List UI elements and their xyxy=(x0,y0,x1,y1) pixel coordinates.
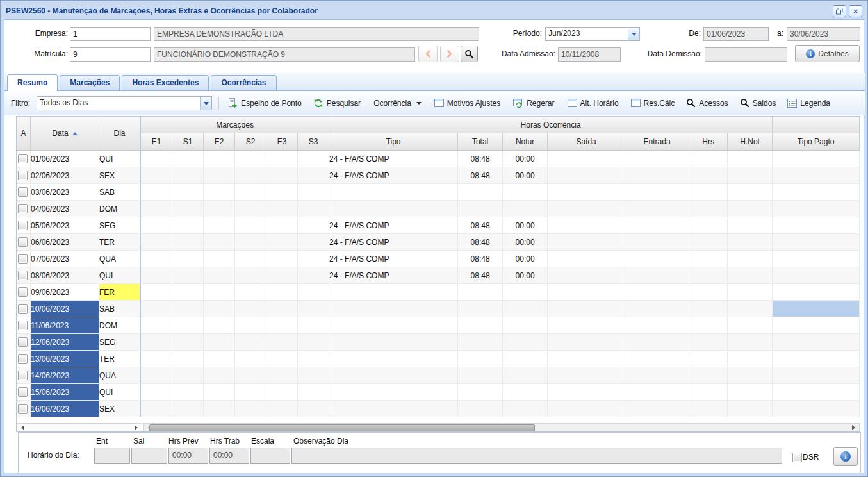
cell-e2[interactable] xyxy=(204,201,235,217)
cell-data[interactable]: 08/06/2023 xyxy=(31,267,99,284)
cell-saida[interactable] xyxy=(548,351,625,367)
cell-notur[interactable] xyxy=(503,384,548,401)
scroll-right-icon[interactable] xyxy=(135,425,140,430)
cell-tipo[interactable]: 24 - F/A/S COMP xyxy=(329,251,458,267)
cell-e1[interactable] xyxy=(141,401,172,417)
cell-e2[interactable] xyxy=(204,334,235,351)
cell-s2[interactable] xyxy=(235,201,266,217)
cell-e3[interactable] xyxy=(266,317,298,334)
row-checkbox[interactable] xyxy=(18,287,28,297)
cell-s3[interactable] xyxy=(298,167,329,184)
cell-e3[interactable] xyxy=(266,284,298,301)
cell-e2[interactable] xyxy=(204,151,235,167)
cell-data[interactable]: 15/06/2023 xyxy=(31,384,99,401)
cell-dia[interactable]: TER xyxy=(99,351,141,367)
column-header-data[interactable]: Data xyxy=(31,117,99,151)
cell-e2[interactable] xyxy=(204,351,235,367)
cell-dia[interactable]: SAB xyxy=(99,301,141,317)
cell-s1[interactable] xyxy=(172,267,204,284)
cell-total[interactable] xyxy=(458,401,503,417)
cell-entrada[interactable] xyxy=(625,217,689,234)
cell-tipo[interactable] xyxy=(329,284,458,301)
cell-hnot[interactable] xyxy=(728,234,773,251)
cell-saida[interactable] xyxy=(548,267,625,284)
row-checkbox[interactable] xyxy=(18,337,28,347)
cell-hrs[interactable] xyxy=(689,151,728,167)
column-header-a[interactable]: A xyxy=(17,117,31,151)
cell-hrs[interactable] xyxy=(689,384,728,401)
cell-tipo[interactable]: 24 - F/A/S COMP xyxy=(329,267,458,284)
cell-entrada[interactable] xyxy=(625,184,689,201)
cell-hnot[interactable] xyxy=(728,317,773,334)
cell-hrs[interactable] xyxy=(689,284,728,301)
cell-saida[interactable] xyxy=(548,251,625,267)
cell-e3[interactable] xyxy=(266,217,298,234)
cell-e2[interactable] xyxy=(204,251,235,267)
cell-s3[interactable] xyxy=(298,284,329,301)
tab-marcacoes[interactable]: Marcações xyxy=(60,75,120,90)
legenda-button[interactable]: Legenda xyxy=(785,97,832,109)
row-checkbox[interactable] xyxy=(18,271,28,280)
cell-notur[interactable] xyxy=(503,284,548,301)
cell-e1[interactable] xyxy=(141,234,172,251)
cell-notur[interactable]: 00:00 xyxy=(503,267,548,284)
cell-tipo-pagto[interactable] xyxy=(773,251,860,267)
cell-total[interactable]: 08:48 xyxy=(458,167,503,184)
cell-e3[interactable] xyxy=(266,151,298,167)
cell-e3[interactable] xyxy=(266,334,298,351)
column-header-dia[interactable]: Dia xyxy=(99,117,141,151)
column-header-hrs[interactable]: Hrs xyxy=(689,133,728,151)
cell-hnot[interactable] xyxy=(728,201,773,217)
cell-data[interactable]: 11/06/2023 xyxy=(31,317,99,334)
cell-tipo[interactable] xyxy=(329,201,458,217)
next-employee-button[interactable] xyxy=(440,46,459,62)
tab-ocorrencias[interactable]: Ocorrências xyxy=(211,75,276,90)
cell-data[interactable]: 04/06/2023 xyxy=(31,201,99,217)
cell-tipo[interactable] xyxy=(329,317,458,334)
cell-hrs[interactable] xyxy=(689,317,728,334)
cell-notur[interactable]: 00:00 xyxy=(503,251,548,267)
cell-hrs[interactable] xyxy=(689,401,728,417)
cell-hnot[interactable] xyxy=(728,334,773,351)
cell-notur[interactable]: 00:00 xyxy=(503,151,548,167)
column-header-entrada[interactable]: Entrada xyxy=(625,133,689,151)
cell-s1[interactable] xyxy=(172,201,204,217)
cell-data[interactable]: 12/06/2023 xyxy=(31,334,99,351)
cell-e1[interactable] xyxy=(141,301,172,317)
cell-tipo-pagto[interactable] xyxy=(773,367,860,384)
cell-e1[interactable] xyxy=(141,351,172,367)
cell-e1[interactable] xyxy=(141,201,172,217)
cell-entrada[interactable] xyxy=(625,317,689,334)
cell-total[interactable] xyxy=(458,201,503,217)
cell-total[interactable]: 08:48 xyxy=(458,251,503,267)
cell-s1[interactable] xyxy=(172,351,204,367)
cell-total[interactable] xyxy=(458,301,503,317)
cell-s2[interactable] xyxy=(235,167,266,184)
cell-s1[interactable] xyxy=(172,184,204,201)
cell-e3[interactable] xyxy=(266,251,298,267)
row-checkbox[interactable] xyxy=(18,321,28,330)
cell-e2[interactable] xyxy=(204,284,235,301)
cell-e3[interactable] xyxy=(266,384,298,401)
cell-entrada[interactable] xyxy=(625,401,689,417)
column-header-e1[interactable]: E1 xyxy=(141,133,172,151)
cell-data[interactable]: 06/06/2023 xyxy=(31,234,99,251)
cell-e2[interactable] xyxy=(204,384,235,401)
empresa-input[interactable] xyxy=(70,27,151,41)
cell-tipo-pagto[interactable] xyxy=(773,384,860,401)
cell-total[interactable] xyxy=(458,334,503,351)
cell-data[interactable]: 10/06/2023 xyxy=(31,301,99,317)
cell-total[interactable] xyxy=(458,184,503,201)
cell-dia[interactable]: QUI xyxy=(99,384,141,401)
cell-s1[interactable] xyxy=(172,217,204,234)
row-checkbox[interactable] xyxy=(18,404,28,414)
cell-e1[interactable] xyxy=(141,217,172,234)
cell-entrada[interactable] xyxy=(625,301,689,317)
cell-s3[interactable] xyxy=(298,151,329,167)
cell-s1[interactable] xyxy=(172,401,204,417)
cell-saida[interactable] xyxy=(548,184,625,201)
cell-e1[interactable] xyxy=(141,384,172,401)
cell-saida[interactable] xyxy=(548,201,625,217)
cell-dia[interactable]: SEG xyxy=(99,334,141,351)
cell-data[interactable]: 05/06/2023 xyxy=(31,217,99,234)
